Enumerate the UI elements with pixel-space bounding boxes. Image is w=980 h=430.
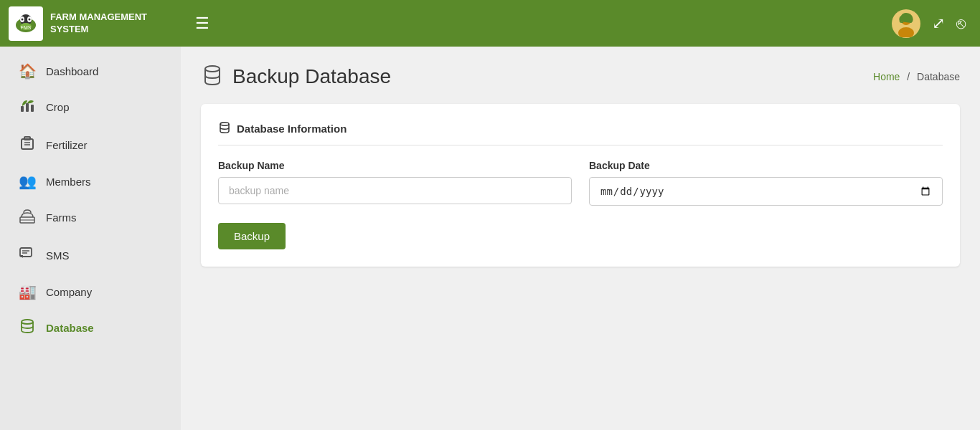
sidebar-item-members[interactable]: 👥 Members — [0, 164, 181, 199]
sidebar-item-label: Fertilizer — [46, 139, 88, 151]
svg-rect-8 — [21, 106, 24, 112]
logo-icon: FMS — [9, 6, 43, 41]
backup-button[interactable]: Backup — [218, 223, 286, 249]
company-icon: 🏭 — [17, 283, 37, 300]
sidebar-item-crop[interactable]: Crop — [0, 88, 181, 126]
content-area: Backup Database Home / Database Database… — [181, 47, 980, 430]
sidebar-item-dashboard[interactable]: 🏠 Dashboard — [0, 54, 181, 88]
breadcrumb-current: Database — [917, 71, 960, 82]
svg-point-20 — [22, 320, 33, 324]
svg-rect-10 — [31, 105, 34, 112]
nav-menu: 🏠 Dashboard Crop — [0, 47, 181, 430]
sidebar-item-label: Crop — [46, 101, 70, 113]
fullscreen-icon[interactable]: ⤢ — [932, 14, 945, 33]
sidebar-item-sms[interactable]: SMS — [0, 236, 181, 274]
topbar-right: ⤢ ⎋ — [892, 9, 966, 38]
sidebar-item-label: Members — [46, 176, 91, 188]
dashboard-icon: 🏠 — [17, 62, 37, 80]
farms-icon — [17, 207, 37, 228]
backup-date-input[interactable] — [589, 177, 943, 206]
breadcrumb-home[interactable]: Home — [873, 71, 900, 82]
sidebar-item-label: Dashboard — [46, 65, 98, 77]
page-header: Backup Database Home / Database — [201, 64, 960, 90]
sidebar-item-label: Company — [46, 286, 92, 298]
topbar-left: ☰ — [195, 14, 209, 33]
sidebar-item-label: Database — [46, 322, 94, 334]
crop-icon — [17, 97, 37, 118]
database-icon — [17, 317, 37, 338]
sms-icon — [17, 245, 37, 266]
page-title-icon — [201, 64, 224, 90]
sidebar-logo: FMS FARM MANAGEMENT SYSTEM — [0, 0, 181, 47]
topbar: ☰ ⤢ ⎋ — [181, 0, 980, 47]
logout-icon[interactable]: ⎋ — [956, 14, 966, 33]
backup-name-input[interactable] — [218, 177, 572, 204]
avatar[interactable] — [892, 9, 920, 38]
members-icon: 👥 — [17, 173, 37, 190]
backup-name-label: Backup Name — [218, 160, 572, 171]
page-title: Backup Database — [232, 65, 391, 88]
database-card: Database Information Backup Name Backup … — [201, 104, 960, 267]
svg-point-25 — [220, 123, 229, 125]
sidebar-item-label: SMS — [46, 249, 70, 262]
sidebar-item-database[interactable]: Database — [0, 309, 181, 347]
backup-name-group: Backup Name — [218, 160, 572, 206]
breadcrumb: Home / Database — [873, 71, 960, 82]
breadcrumb-separator: / — [907, 71, 910, 82]
main-content: ☰ ⤢ ⎋ — [181, 0, 980, 430]
sidebar-item-fertilizer[interactable]: Fertilizer — [0, 126, 181, 164]
sidebar-item-company[interactable]: 🏭 Company — [0, 274, 181, 309]
hamburger-button[interactable]: ☰ — [195, 14, 209, 33]
svg-point-24 — [205, 66, 220, 72]
section-title: Database Information — [218, 121, 943, 145]
svg-text:FMS: FMS — [21, 25, 32, 30]
backup-date-label: Backup Date — [589, 160, 943, 171]
form-row: Backup Name Backup Date — [218, 160, 943, 206]
svg-point-4 — [22, 18, 24, 20]
sidebar-item-farms[interactable]: Farms — [0, 199, 181, 236]
svg-rect-9 — [26, 103, 29, 112]
sidebar: FMS FARM MANAGEMENT SYSTEM 🏠 Dashboard C… — [0, 0, 181, 430]
app-name: FARM MANAGEMENT SYSTEM — [50, 11, 172, 36]
section-db-icon — [218, 121, 231, 136]
svg-point-5 — [29, 18, 31, 20]
svg-rect-11 — [22, 139, 33, 149]
backup-date-group: Backup Date — [589, 160, 943, 206]
sidebar-item-label: Farms — [46, 211, 77, 224]
fertilizer-icon — [17, 135, 37, 156]
page-title-area: Backup Database — [201, 64, 391, 90]
